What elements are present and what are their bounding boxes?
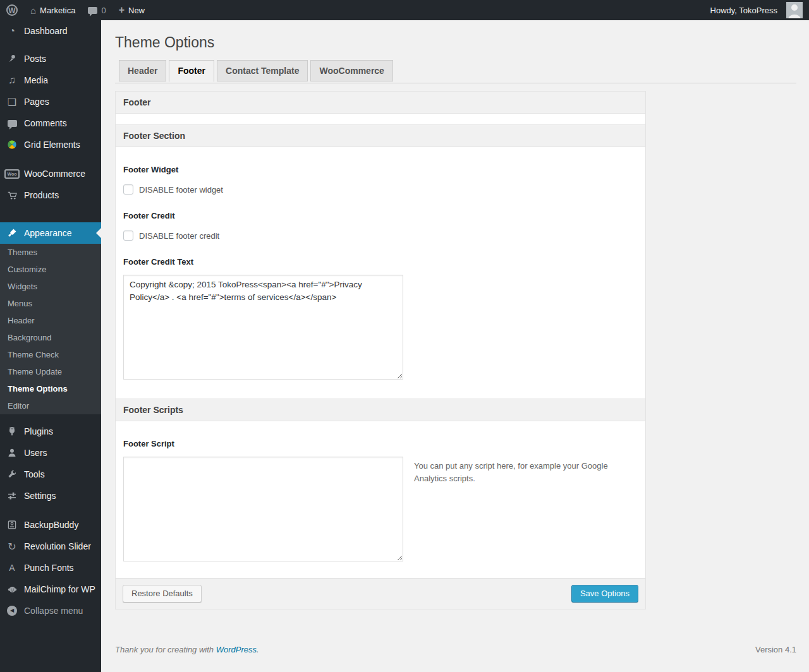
admin-footer: Thank you for creating with WordPress. V… (115, 645, 796, 654)
collapse-menu-button[interactable]: ◀ Collapse menu (0, 600, 101, 621)
theme-options-panel: Footer Footer Section Footer Widget DISA… (115, 91, 646, 609)
site-name-menu[interactable]: ⌂ Marketica (24, 0, 82, 20)
sidebar-item-revolution-slider[interactable]: ↻ Revolution Slider (0, 536, 101, 557)
version-label: Version 4.1 (755, 645, 796, 654)
sidebar-item-label: WooCommerce (24, 169, 85, 179)
thanks-period: . (257, 645, 259, 654)
save-options-button[interactable]: Save Options (571, 585, 638, 603)
sidebar-item-comments[interactable]: Comments (0, 112, 101, 134)
restore-defaults-button[interactable]: Restore Defaults (123, 585, 202, 603)
main-content: Theme Options Header Footer Contact Temp… (101, 20, 809, 672)
sidebar-item-label: MailChimp for WP (24, 584, 95, 594)
sidebar-item-label: Plugins (24, 426, 53, 436)
sidebar-item-settings[interactable]: Settings (0, 485, 101, 507)
submenu-item-themes[interactable]: Themes (0, 244, 101, 261)
sidebar-item-dashboard[interactable]: ◔ Dashboard (0, 20, 101, 42)
home-icon: ⌂ (30, 5, 36, 16)
submenu-item-theme-update[interactable]: Theme Update (0, 363, 101, 380)
paintbrush-icon (5, 228, 19, 238)
sidebar-item-woocommerce[interactable]: Woo WooCommerce (0, 163, 101, 184)
account-menu[interactable]: Howdy, TokoPress (704, 0, 809, 20)
submenu-item-background[interactable]: Background (0, 329, 101, 346)
panel-title-bar: Footer (116, 92, 645, 114)
sidebar-item-label: Dashboard (24, 26, 68, 36)
media-icon: ♫ (5, 75, 19, 86)
cart-icon (5, 190, 19, 201)
thanks-prefix: Thank you for creating with (115, 645, 216, 654)
dashboard-icon: ◔ (5, 25, 19, 37)
sidebar-item-label: BackupBuddy (24, 520, 78, 530)
comments-icon (5, 120, 19, 127)
wordpress-link[interactable]: WordPress (216, 645, 257, 654)
sidebar-item-media[interactable]: ♫ Media (0, 69, 101, 91)
submenu-item-theme-check[interactable]: Theme Check (0, 346, 101, 363)
submenu-item-theme-options[interactable]: Theme Options (0, 380, 101, 397)
footer-scripts-header: Footer Scripts (116, 399, 645, 421)
page-title: Theme Options (115, 34, 796, 51)
footer-script-textarea[interactable] (123, 457, 403, 561)
sidebar-item-plugins[interactable]: Plugins (0, 421, 101, 442)
tab-footer[interactable]: Footer (169, 60, 214, 82)
sidebar-item-grid-elements[interactable]: Grid Elements (0, 134, 101, 155)
footer-credit-label: Footer Credit (123, 211, 638, 220)
wordpress-logo-icon: W (6, 4, 18, 16)
admin-bar: W ⌂ Marketica 0 + New Howdy, TokoPress (0, 0, 809, 20)
footer-script-label: Footer Script (123, 439, 638, 448)
backup-drive-icon (5, 520, 19, 530)
submenu-item-widgets[interactable]: Widgets (0, 278, 101, 295)
pages-icon: ❏ (5, 96, 19, 108)
disable-footer-widget-label: DISABLE footer widget (139, 185, 223, 195)
footer-section-body: Footer Widget DISABLE footer widget Foot… (116, 147, 645, 399)
wp-logo-menu[interactable]: W (0, 0, 24, 20)
tab-woocommerce[interactable]: WooCommerce (310, 60, 392, 81)
admin-sidebar: ◔ Dashboard Posts ♫ Media ❏ Pages Commen… (0, 20, 101, 672)
sidebar-item-punch-fonts[interactable]: A Punch Fonts (0, 557, 101, 579)
new-label: New (128, 6, 145, 15)
comments-adminbar-item[interactable]: 0 (82, 0, 112, 20)
sidebar-item-label: Appearance (24, 228, 72, 238)
sidebar-item-pages[interactable]: ❏ Pages (0, 91, 101, 112)
sidebar-item-label: Pages (24, 97, 49, 107)
grid-elements-icon (5, 140, 19, 150)
footer-credit-text-textarea[interactable]: Copyright &copy; 2015 TokoPress<span><a … (123, 275, 403, 380)
pushpin-icon (5, 54, 19, 64)
submenu-item-menus[interactable]: Menus (0, 295, 101, 312)
submenu-item-customize[interactable]: Customize (0, 261, 101, 278)
sidebar-item-mailchimp[interactable]: MailChimp for WP (0, 579, 101, 600)
comment-count: 0 (101, 6, 106, 15)
tab-contact-template[interactable]: Contact Template (217, 60, 308, 81)
footer-scripts-body: Footer Script You can put any script her… (116, 421, 645, 578)
sliders-icon (5, 491, 19, 501)
sidebar-item-label: Punch Fonts (24, 563, 74, 573)
footer-credit-text-label: Footer Credit Text (123, 257, 638, 267)
sidebar-item-label: Grid Elements (24, 140, 80, 150)
panel-gap (116, 114, 645, 124)
woocommerce-icon: Woo (5, 169, 19, 179)
sidebar-item-products[interactable]: Products (0, 184, 101, 206)
user-icon (5, 448, 19, 458)
comment-bubble-icon (88, 7, 97, 14)
new-content-menu[interactable]: + New (113, 0, 151, 20)
sidebar-item-label: Products (24, 190, 59, 200)
disable-footer-credit-label: DISABLE footer credit (139, 231, 219, 241)
refresh-icon: ↻ (5, 541, 19, 553)
tab-header[interactable]: Header (119, 60, 166, 81)
submenu-item-header[interactable]: Header (0, 312, 101, 329)
disable-footer-widget-checkbox[interactable] (123, 184, 133, 195)
sidebar-item-tools[interactable]: Tools (0, 464, 101, 485)
sidebar-item-label: Media (24, 75, 48, 85)
sidebar-item-users[interactable]: Users (0, 442, 101, 464)
footer-section-header: Footer Section (116, 124, 645, 147)
sidebar-item-label: Tools (24, 469, 45, 479)
sidebar-item-label: Posts (24, 54, 46, 64)
sidebar-item-posts[interactable]: Posts (0, 48, 101, 69)
sidebar-item-appearance[interactable]: Appearance (0, 222, 101, 244)
monkey-icon (5, 584, 19, 595)
sidebar-item-backupbuddy[interactable]: BackupBuddy (0, 514, 101, 536)
disable-footer-credit-checkbox[interactable] (123, 231, 133, 241)
letter-a-icon: A (5, 563, 19, 573)
plugin-icon (5, 426, 19, 436)
howdy-label: Howdy, TokoPress (710, 6, 777, 15)
submenu-item-editor[interactable]: Editor (0, 397, 101, 414)
arrow-left-circle-icon: ◀ (5, 606, 19, 616)
